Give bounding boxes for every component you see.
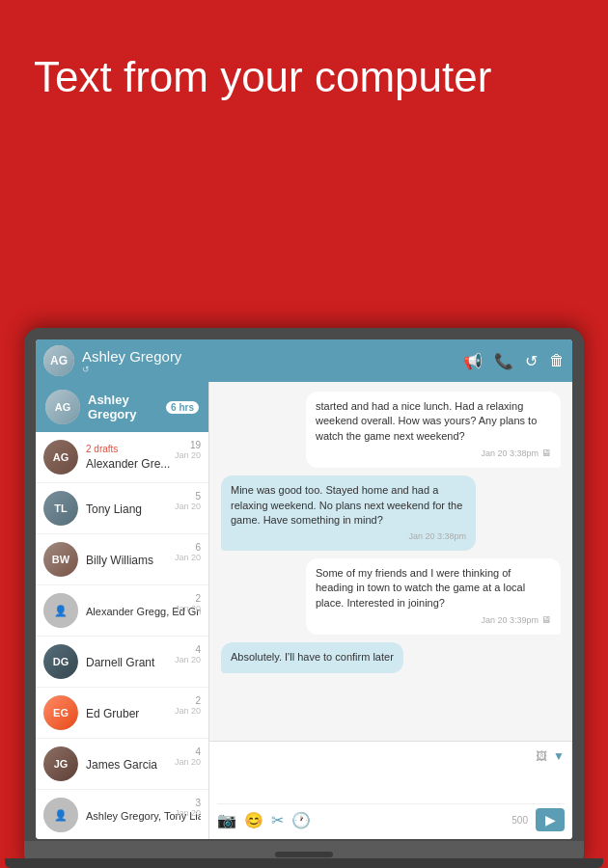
conv-name: Darnell Grant [86, 656, 154, 669]
message-time: Jan 20 3:39pm 🖥 [316, 613, 551, 627]
message-bubble: Some of my friends and I were thinking o… [306, 558, 561, 635]
chat-area: started and had a nice lunch. Had a rela… [209, 382, 572, 839]
delete-icon[interactable]: 🗑 [549, 352, 565, 369]
message-text: Absolutely. I'll have to confirm later [231, 651, 394, 663]
conv-name: James Garcia [86, 758, 157, 772]
conv-avatar: JG [43, 746, 78, 781]
app-container: AG Ashley Gregory ↺ 📢 📞 ↺ 🗑 [36, 339, 572, 839]
message-text: started and had a nice lunch. Had a rela… [316, 400, 537, 442]
conv-count: 2 [175, 695, 201, 706]
conv-name: Tony Liang [86, 502, 142, 516]
header-contact-name: Ashley Gregory [82, 348, 463, 365]
speaker-icon[interactable]: 📢 [463, 352, 483, 370]
conv-date: Jan 20 [175, 502, 201, 511]
message-text: Some of my friends and I were thinking o… [316, 567, 525, 609]
app-body: AG Ashley Gregory 6 hrs AG [36, 382, 572, 839]
conv-meta: 3 Jan 20 [175, 798, 201, 818]
conv-meta: 4 Jan 20 [175, 746, 201, 767]
conv-count: 4 [175, 644, 201, 655]
conv-meta: 2 Jan 20 [175, 593, 201, 613]
conv-meta: 6 Jan 20 [175, 542, 201, 562]
conv-count: 5 [175, 491, 201, 502]
clock-icon[interactable]: 🕐 [291, 811, 311, 829]
conversations-sidebar: AG Ashley Gregory 6 hrs AG [36, 382, 209, 839]
conversation-item[interactable]: JG James Garcia 4 Jan 20 [36, 739, 208, 790]
chat-messages: started and had a nice lunch. Had a rela… [209, 382, 572, 741]
conv-meta: 4 Jan 20 [175, 644, 201, 665]
refresh-icon[interactable]: ↺ [525, 352, 538, 370]
conv-date: Jan 20 [175, 655, 201, 665]
conv-meta: 19 Jan 20 [175, 440, 201, 460]
dropdown-attach-icon[interactable]: ▼ [553, 749, 565, 763]
conversation-item[interactable]: EG Ed Gruber 2 Jan 20 [36, 688, 208, 739]
conversation-item[interactable]: 👤 Ashley Gregory, Tony Liang 3 Jan 20 [36, 790, 208, 839]
conv-date: Jan 20 [175, 553, 201, 562]
conversation-item[interactable]: 👤 Alexander Gregg, Ed Gruber 2 Jan 20 [36, 585, 208, 637]
camera-icon[interactable]: 📷 [217, 811, 236, 829]
active-avatar: AG [45, 390, 80, 424]
message-time: Jan 20 3:38pm [231, 530, 466, 543]
conv-date: Jan 20 [175, 706, 201, 716]
conv-avatar: EG [43, 695, 78, 730]
conversation-item[interactable]: BW Billy Williams 6 Jan 20 [36, 534, 208, 585]
typing-area: 🖼 ▼ 📷 😊 ✂ 🕐 [209, 741, 572, 839]
message-text: Mine was good too. Stayed home and had a… [231, 484, 462, 526]
chat-header: AG Ashley Gregory ↺ 📢 📞 ↺ 🗑 [36, 339, 572, 382]
conversation-item[interactable]: TL Tony Liang 5 Jan 20 [36, 483, 208, 534]
message-bubble: Mine was good too. Stayed home and had a… [221, 475, 476, 551]
header-avatar: AG [43, 345, 74, 376]
conv-avatar: DG [43, 644, 78, 679]
attach-row: 🖼 ▼ [217, 749, 565, 767]
header-icons: 📢 📞 ↺ 🗑 [463, 352, 565, 370]
laptop-mockup: AG Ashley Gregory ↺ 📢 📞 ↺ 🗑 [0, 309, 608, 868]
hero-title: Text from your computer [34, 53, 574, 102]
char-count: 500 [511, 815, 528, 826]
call-icon[interactable]: 📞 [494, 352, 513, 370]
conv-date: Jan 20 [175, 604, 201, 613]
typing-toolbar: 📷 😊 ✂ 🕐 500 ▶ [217, 808, 565, 831]
conv-name: Ed Gruber [86, 707, 139, 720]
image-attach-icon[interactable]: 🖼 [536, 749, 547, 763]
message-time: Jan 20 3:38pm 🖥 [316, 447, 551, 460]
conv-date: Jan 20 [175, 757, 201, 767]
conv-count: 6 [175, 542, 201, 553]
conv-date: Jan 20 [175, 808, 201, 818]
send-button[interactable]: ▶ [536, 808, 565, 831]
conv-name: Billy Williams [86, 554, 153, 567]
conv-count: 4 [175, 746, 201, 757]
conv-avatar: BW [43, 542, 78, 577]
conv-meta: 5 Jan 20 [175, 491, 201, 511]
typing-icons: 📷 😊 ✂ 🕐 [217, 811, 311, 829]
conv-meta: 2 Jan 20 [175, 695, 201, 716]
conv-avatar: 👤 [43, 798, 78, 832]
conversation-item[interactable]: AG 2 drafts Alexander Gre... 19 Jan 20 [36, 432, 208, 483]
emoji-icon[interactable]: 😊 [244, 811, 263, 829]
conversation-item[interactable]: DG Darnell Grant 4 Jan 20 [36, 637, 208, 688]
divider [217, 803, 565, 804]
conv-count: 2 [175, 593, 201, 604]
conv-count: 3 [175, 798, 201, 808]
conv-name: Alexander Gre... [86, 457, 170, 471]
laptop-screen: AG Ashley Gregory ↺ 📢 📞 ↺ 🗑 [36, 339, 572, 839]
laptop-notch [275, 852, 333, 857]
header-sub: ↺ [82, 365, 463, 374]
conv-avatar: 👤 [43, 593, 78, 628]
message-bubble: Absolutely. I'll have to confirm later [221, 642, 403, 672]
laptop-base [5, 858, 603, 868]
scissors-icon[interactable]: ✂ [271, 811, 284, 829]
conv-avatar: AG [43, 440, 78, 475]
laptop-body: AG Ashley Gregory ↺ 📢 📞 ↺ 🗑 [24, 328, 584, 868]
active-conversation-header[interactable]: AG Ashley Gregory 6 hrs [36, 382, 208, 432]
active-name: Ashley Gregory [88, 393, 158, 421]
header-name-wrap: Ashley Gregory ↺ [82, 348, 463, 374]
conv-avatar: TL [43, 491, 78, 526]
active-badge: 6 hrs [166, 401, 199, 414]
conv-date: Jan 20 [175, 450, 201, 460]
message-bubble: started and had a nice lunch. Had a rela… [306, 392, 561, 468]
hero-section: Text from your computer [0, 0, 608, 131]
conversation-list: AG 2 drafts Alexander Gre... 19 Jan 20 [36, 432, 208, 839]
message-input[interactable] [217, 767, 565, 796]
conv-count: 19 [175, 440, 201, 450]
send-row: 500 ▶ [511, 808, 565, 831]
